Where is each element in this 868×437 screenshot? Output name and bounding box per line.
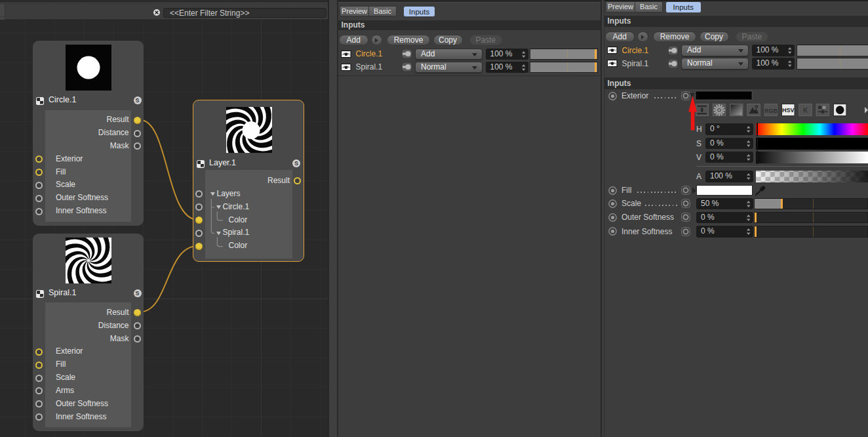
svg-text:K: K bbox=[802, 106, 808, 114]
svg-text:RGB: RGB bbox=[764, 107, 778, 114]
svg-text:HSV: HSV bbox=[782, 107, 795, 114]
